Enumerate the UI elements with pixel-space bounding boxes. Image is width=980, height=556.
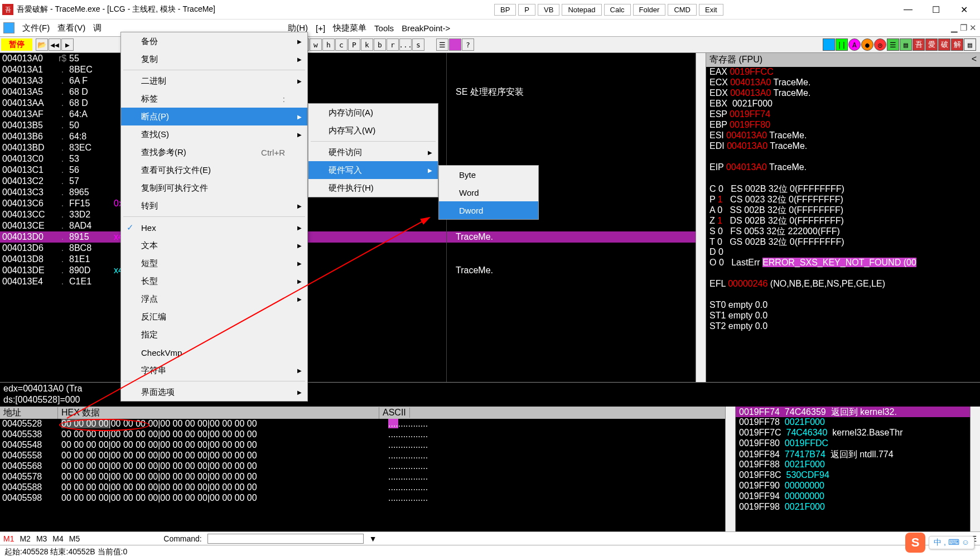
menu-file[interactable]: 文件(F) [22,23,50,33]
menu-item[interactable]: 断点(P)▶ [121,108,307,125]
dump-row[interactable]: 0040554800 00 00 00|00 00 00 00|00 00 00… [0,440,725,451]
disasm-row[interactable]: 004013A0r$55 [0,53,696,64]
exit-button[interactable]: Exit [699,4,723,16]
disasm-row[interactable]: 004013A5.68 DSE 处理程序安装 [0,86,696,98]
menu-item[interactable]: ✓Hex▶ [121,219,307,236]
register-row[interactable]: Z 1 DS 002B 32位 0(FFFFFFFF) [706,215,980,226]
stack-row[interactable]: 0019FF88 0021F000 [736,460,970,470]
menu-item[interactable]: 转到▶ [121,197,307,215]
dump-row[interactable]: 0040559800 00 00 00|00 00 00 00|00 00 00… [0,493,725,504]
m3-button[interactable]: M3 [36,534,47,543]
menu-item[interactable]: 复制▶ [121,50,307,68]
register-row[interactable] [706,289,980,300]
vb-button[interactable]: VB [538,4,559,16]
cmd-button[interactable]: CMD [668,4,697,16]
menu-item[interactable]: 硬件执行(H) [308,179,438,197]
menu-item[interactable]: 文本▶ [121,236,307,254]
register-row[interactable]: EAX 0019FFCC [706,67,980,78]
disasm-row[interactable]: 004013D8.81E1 [0,254,696,265]
register-row[interactable]: EBX 0021F000 [706,99,980,109]
close-icon[interactable]: ✕ [950,1,978,18]
p1-icon[interactable] [823,38,835,51]
p4-icon[interactable]: ● [861,38,873,51]
tool-b-button[interactable]: b [374,38,386,51]
dump-row[interactable]: 0040556800 00 00 00|00 00 00 00|00 00 00… [0,461,725,472]
p6-icon[interactable]: ☰ [887,38,899,51]
p5-icon[interactable]: ◎ [874,38,886,51]
stack-row[interactable]: 0019FF74 74C46359 返回到 kernel32. [736,407,970,417]
register-row[interactable]: ST1 empty 0.0 [706,311,980,321]
register-row[interactable]: EBP 0019FF80 [706,120,980,130]
tool-P-button[interactable]: P [348,38,360,51]
dump-row[interactable]: 0040558800 00 00 00|00 00 00 00|00 00 00… [0,482,725,493]
m2-button[interactable]: M2 [20,534,30,543]
ime-text[interactable]: 中 , ⌨ ☺ [929,536,974,549]
tool-h-button[interactable]: h [322,38,335,51]
stack-row[interactable]: 0019FF7C 74C46340 kernel32.BaseThr [736,428,970,438]
p9-icon[interactable]: 愛 [925,38,938,51]
tool-r-button[interactable]: r [387,38,399,51]
menu-plus[interactable]: [+] [316,23,325,33]
dump-row[interactable]: 0040552800 00 00 00|00 00 00 00|00 00 00… [0,419,725,429]
register-row[interactable] [706,173,980,183]
p10-icon[interactable]: 破 [938,38,950,51]
p7-icon[interactable]: ▤ [900,38,912,51]
menu-item[interactable]: 字符串▶ [121,361,307,379]
register-row[interactable]: ESP 0019FF74 [706,109,980,120]
register-row[interactable]: ECX 004013A0 TraceMe. [706,78,980,88]
maximize-icon[interactable]: ☐ [922,1,950,18]
menu-item[interactable]: Word [439,183,538,201]
menu-item[interactable]: 备份▶ [121,32,307,50]
ime-icon[interactable]: S [905,533,925,553]
register-row[interactable]: D 0 [706,247,980,258]
register-row[interactable] [706,268,980,279]
scrollbar[interactable] [725,407,735,531]
tool-w-button[interactable]: w [310,38,322,51]
purple-icon[interactable] [449,38,461,51]
menu-item[interactable]: 界面选项▶ [121,383,307,401]
menu-item[interactable]: 查找(S)▶ [121,125,307,143]
folder-button[interactable]: Folder [633,4,666,16]
stack-row[interactable]: 0019FF84 77417B74 返回到 ntdll.774 [736,449,970,460]
menu-view[interactable]: 查看(V) [57,23,85,33]
menu-item[interactable]: 反汇编 [121,308,307,326]
tool-c-button[interactable]: c [335,38,347,51]
p-button[interactable]: P [518,4,535,16]
menu-item[interactable]: CheckVmp [121,344,307,361]
rewind-icon[interactable]: ◀◀ [49,38,61,51]
calc-button[interactable]: Calc [604,4,631,16]
menu-item[interactable]: 内存访问(A) [308,104,438,122]
stack-row[interactable]: 0019FF94 00000000 [736,491,970,502]
menu-item[interactable]: 二进制▶ [121,72,307,90]
menu-item[interactable]: Dword [439,201,538,219]
disasm-row[interactable]: 004013A3.6A F [0,75,696,86]
dump-row[interactable]: 0040553800 00 00 00|00 00 00 00|00 00 00… [0,429,725,440]
help-icon[interactable]: ? [462,38,474,51]
hex-dump-panel[interactable]: 地址 HEX 数据 ASCII 0040552800 00 00 00|00 0… [0,407,725,531]
open-icon[interactable]: 📂 [36,38,48,51]
register-row[interactable]: EIP 004013A0 TraceMe. [706,162,980,173]
menu-quick[interactable]: 快捷菜单 [333,23,366,33]
menu-item[interactable]: 内存写入(W) [308,122,438,139]
menu-item[interactable]: 查看可执行文件(E) [121,161,307,179]
stack-row[interactable]: 0019FF98 0021F000 [736,502,970,513]
menu-item[interactable]: 标签: [121,90,307,108]
minimize-icon[interactable]: — [894,1,922,18]
m5-button[interactable]: M5 [69,534,80,543]
p3-icon[interactable]: A [848,38,861,51]
register-row[interactable]: ST2 empty 0.0 [706,321,980,332]
register-row[interactable]: S 0 FS 0053 32位 222000(FFF) [706,226,980,236]
register-row[interactable] [706,152,980,162]
scrollbar[interactable] [970,407,980,531]
menu-icon[interactable] [3,22,15,33]
m1-button[interactable]: M1 [3,534,14,543]
tool-...-button[interactable]: ... [399,38,412,51]
menu-debug[interactable]: 调 [93,23,102,33]
disasm-row[interactable]: 004013D6.8BC8 [0,243,696,254]
command-input[interactable] [207,534,364,544]
disasm-row[interactable]: 004013CC.33D2TraceMe. [0,209,696,220]
mdi-min-icon[interactable]: ▁ [951,23,958,33]
menu-item[interactable]: 指定 [121,326,307,344]
register-row[interactable]: ESI 004013A0 TraceMe. [706,130,980,141]
notepad-button[interactable]: Notepad [562,4,601,16]
